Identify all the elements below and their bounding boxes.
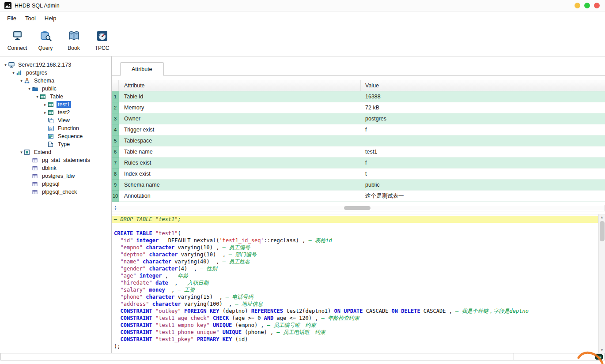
app-logo-icon <box>4 2 11 9</box>
tree-item-dblink[interactable]: dblink <box>0 164 111 172</box>
tree-item-test2[interactable]: ▸test2 <box>0 109 111 116</box>
sql-line: CONSTRAINT "test1_age_check" CHECK (age … <box>114 315 598 322</box>
table-row[interactable]: 5Tablespace <box>112 135 605 146</box>
table-row[interactable]: 9Schema namepublic <box>112 180 605 191</box>
tpcc-button[interactable]: TPCC <box>89 27 115 54</box>
chevron-down-icon[interactable]: ▾ <box>34 93 40 101</box>
tree-item-pg-stat-statements[interactable]: pg_stat_statements <box>0 156 111 164</box>
sql-line: CONSTRAINT "test1_pkey" PRIMARY KEY (id) <box>114 336 598 343</box>
splitter-toggle-icon[interactable]: ▲▼ <box>113 205 118 211</box>
status-log-icon[interactable] <box>595 354 603 360</box>
tree-item-server-192-168-2-173[interactable]: ▾Server:192.168.2.173 <box>0 61 111 69</box>
attribute-cell: Table name <box>119 146 361 158</box>
chevron-down-icon[interactable]: ▾ <box>19 148 24 156</box>
column-header-attribute[interactable]: Attribute <box>119 80 361 91</box>
status-bar <box>0 353 605 364</box>
close-button[interactable] <box>594 3 600 8</box>
app-window: HHDB SQL Admin File Tool Help Connect Qu… <box>0 0 605 364</box>
table-row[interactable]: 4Trigger existf <box>112 124 605 135</box>
status-message-area <box>0 353 514 360</box>
vscroll-thumb[interactable] <box>600 221 605 241</box>
table-row[interactable]: 6Table nametest1 <box>112 146 605 158</box>
window-title: HHDB SQL Admin <box>15 3 60 9</box>
table-row[interactable]: 2Memory72 kB <box>112 102 605 113</box>
value-cell: 72 kB <box>361 102 605 113</box>
tree-item-plpgsql-check[interactable]: plpgsql_check <box>0 188 111 196</box>
attribute-cell: Memory <box>119 102 361 113</box>
book-icon <box>68 30 80 43</box>
table-row[interactable]: 10Annotation这个是测试表一 <box>112 191 605 202</box>
extension-icon <box>32 189 39 195</box>
chevron-down-icon[interactable]: ▾ <box>3 61 8 69</box>
tree-item-label: plpgsql_check <box>41 188 78 195</box>
book-button[interactable]: Book <box>61 27 87 54</box>
tree-item-table[interactable]: ▾Table <box>0 93 111 101</box>
chevron-right-icon[interactable]: ▸ <box>42 109 48 116</box>
query-button[interactable]: Query <box>33 27 58 54</box>
sql-vertical-scrollbar[interactable]: ▲ ▼ <box>598 214 605 353</box>
main-area: ▾Server:192.168.2.173▾postgres▾Schema▾pu… <box>0 56 605 353</box>
view-icon <box>48 118 55 123</box>
title-bar: HHDB SQL Admin <box>0 0 605 11</box>
sql-editor[interactable]: — DROP TABLE "test1"; CREATE TABLE "test… <box>112 214 605 353</box>
tpcc-label: TPCC <box>95 45 110 51</box>
table-row[interactable]: 3Ownerpostgres <box>112 113 605 124</box>
content-panel: Attribute Attribute Value 1Table id16388… <box>112 56 605 353</box>
toolbar: Connect Query Book TPCC <box>0 25 605 56</box>
attribute-cell: Rules exist <box>119 158 361 169</box>
menu-help[interactable]: Help <box>40 13 61 23</box>
table-row[interactable]: 8Index existt <box>112 169 605 180</box>
schema-icon <box>24 78 31 83</box>
sql-line: "gender" character(4) , — 性别 <box>114 265 598 272</box>
sql-line: "salary" money , — 工资 <box>114 286 598 293</box>
tree-item-schema[interactable]: ▾Schema <box>0 77 111 85</box>
table-horizontal-scrollbar[interactable]: ▲▼ <box>112 205 605 211</box>
tree-item-extend[interactable]: ▾Extend <box>0 148 111 156</box>
sql-line: "empno" character varying(10) , — 员工编号 <box>114 244 598 251</box>
tree-item-label: public <box>41 85 58 92</box>
scroll-down-icon[interactable]: ▼ <box>599 348 605 352</box>
hscroll-thumb[interactable] <box>344 206 371 210</box>
chevron-down-icon[interactable]: ▾ <box>26 85 32 93</box>
extension-icon <box>32 158 39 163</box>
connect-label: Connect <box>8 45 27 51</box>
book-label: Book <box>68 45 79 51</box>
tree-item-plpgsql[interactable]: plpgsql <box>0 180 111 188</box>
sql-line: "name" character varying(40) , — 员工姓名 <box>114 258 598 265</box>
sql-line: CONSTRAINT "test1_phone_unique" UNIQUE (… <box>114 329 598 336</box>
chevron-down-icon[interactable]: ▾ <box>11 69 16 77</box>
scroll-up-icon[interactable]: ▲ <box>599 215 605 219</box>
attribute-cell: Owner <box>119 113 361 124</box>
tree-item-label: Function <box>57 125 80 132</box>
server-icon <box>8 62 15 68</box>
menu-tool[interactable]: Tool <box>21 13 40 23</box>
maximize-button[interactable] <box>584 3 590 8</box>
minimize-button[interactable] <box>575 3 580 8</box>
chevron-down-icon[interactable]: ▾ <box>19 77 24 85</box>
extension-icon <box>32 181 39 187</box>
connect-button[interactable]: Connect <box>4 27 30 54</box>
table-row[interactable]: 7Rules existf <box>112 158 605 169</box>
tree-item-postgres-fdw[interactable]: postgres_fdw <box>0 172 111 180</box>
sql-line: "id" integer DEFAULT nextval('test1_id_s… <box>114 237 598 244</box>
tree-item-postgres[interactable]: ▾postgres <box>0 69 111 77</box>
chevron-right-icon[interactable]: ▸ <box>42 101 48 109</box>
tree-item-label: Extend <box>33 149 53 156</box>
tree-item-sequence[interactable]: Sequence <box>0 132 111 140</box>
tree-item-function[interactable]: fxFunction <box>0 124 111 132</box>
row-number: 6 <box>112 146 119 158</box>
sequence-icon <box>48 134 55 139</box>
tree-item-public[interactable]: ▾public <box>0 85 111 93</box>
tree-item-type[interactable]: Type <box>0 140 111 148</box>
extend-icon <box>24 150 31 155</box>
column-header-value[interactable]: Value <box>361 83 605 89</box>
tpcc-icon <box>96 30 108 43</box>
tree-item-test1[interactable]: ▸test1 <box>0 101 111 109</box>
sql-code: — DROP TABLE "test1"; CREATE TABLE "test… <box>114 216 598 350</box>
tree-item-label: Server:192.168.2.173 <box>17 61 72 68</box>
table-row[interactable]: 1Table id16388 <box>112 91 605 102</box>
extension-icon <box>32 173 39 179</box>
tab-attribute[interactable]: Attribute <box>120 62 164 76</box>
tree-item-view[interactable]: View <box>0 116 111 124</box>
menu-file[interactable]: File <box>3 13 21 23</box>
